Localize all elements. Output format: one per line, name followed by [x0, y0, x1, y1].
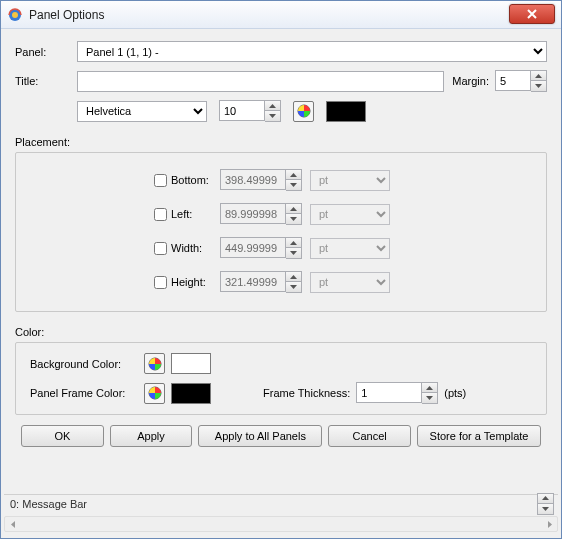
placement-up[interactable]: [286, 272, 301, 282]
placement-up[interactable]: [286, 204, 301, 214]
placement-check-label: Width:: [171, 242, 202, 254]
apply-button[interactable]: Apply: [110, 425, 193, 447]
font-row: Helvetica: [15, 100, 547, 122]
placement-up[interactable]: [286, 238, 301, 248]
fontsize-spinner[interactable]: [219, 100, 281, 122]
placement-check[interactable]: Width:: [150, 239, 220, 258]
title-input[interactable]: [77, 71, 444, 92]
window-title: Panel Options: [29, 8, 104, 22]
bgcolor-swatch: [171, 353, 211, 374]
message-bar: 0: Message Bar: [4, 494, 558, 512]
title-color-button[interactable]: [293, 101, 314, 122]
framecolor-label: Panel Frame Color:: [30, 387, 138, 399]
framecolor-swatch: [171, 383, 211, 404]
close-button[interactable]: [509, 4, 555, 24]
margin-value[interactable]: [495, 70, 531, 91]
placement-unit-select[interactable]: pt: [310, 272, 390, 293]
placement-down[interactable]: [286, 282, 301, 292]
placement-check[interactable]: Height:: [150, 273, 220, 292]
placement-check-label: Left:: [171, 208, 192, 220]
margin-down[interactable]: [531, 81, 546, 91]
placement-check[interactable]: Left:: [150, 205, 220, 224]
thickness-value[interactable]: [356, 382, 422, 403]
scroll-right-icon[interactable]: [541, 517, 557, 531]
placement-up[interactable]: [286, 170, 301, 180]
placement-unit-select[interactable]: pt: [310, 238, 390, 259]
content-area: Panel: Panel 1 (1, 1) - Title: Margin: H…: [15, 41, 547, 524]
placement-row-width: Width:pt: [30, 237, 532, 259]
fontsize-value[interactable]: [219, 100, 265, 121]
placement-down[interactable]: [286, 180, 301, 190]
margin-up[interactable]: [531, 71, 546, 81]
margin-spinner[interactable]: [495, 70, 547, 92]
placement-unit-select[interactable]: pt: [310, 204, 390, 225]
bgcolor-label: Background Color:: [30, 358, 138, 370]
placement-label: Placement:: [15, 136, 547, 148]
title-row: Title: Margin:: [15, 70, 547, 92]
placement-checkbox[interactable]: [154, 174, 167, 187]
title-label: Title:: [15, 75, 77, 87]
msgbar-up[interactable]: [538, 494, 553, 504]
panel-row: Panel: Panel 1 (1, 1) -: [15, 41, 547, 62]
placement-spinner[interactable]: [220, 169, 302, 191]
placement-row-bottom: Bottom:pt: [30, 169, 532, 191]
button-row: OK Apply Apply to All Panels Cancel Stor…: [15, 425, 547, 447]
app-icon: [7, 7, 23, 23]
placement-spinner[interactable]: [220, 203, 302, 225]
thickness-down[interactable]: [422, 393, 437, 403]
placement-row-height: Height:pt: [30, 271, 532, 293]
color-label: Color:: [15, 326, 547, 338]
title-color-swatch: [326, 101, 366, 122]
thickness-up[interactable]: [422, 383, 437, 393]
placement-check-label: Height:: [171, 276, 206, 288]
window: Panel Options Panel: Panel 1 (1, 1) - Ti…: [0, 0, 562, 539]
placement-checkbox[interactable]: [154, 276, 167, 289]
titlebar: Panel Options: [1, 1, 561, 29]
panel-label: Panel:: [15, 46, 77, 58]
msgbar-down[interactable]: [538, 504, 553, 514]
placement-value[interactable]: [220, 271, 286, 292]
placement-check-label: Bottom:: [171, 174, 209, 186]
fontsize-up[interactable]: [265, 101, 280, 111]
placement-unit-select[interactable]: pt: [310, 170, 390, 191]
bgcolor-row: Background Color:: [30, 353, 532, 374]
fontsize-down[interactable]: [265, 111, 280, 121]
placement-down[interactable]: [286, 248, 301, 258]
placement-checkbox[interactable]: [154, 208, 167, 221]
placement-spinner[interactable]: [220, 237, 302, 259]
thickness-unit: (pts): [444, 387, 466, 399]
placement-value[interactable]: [220, 237, 286, 258]
cancel-button[interactable]: Cancel: [328, 425, 411, 447]
color-fieldset: Background Color: Panel Frame Color: Fra…: [15, 342, 547, 415]
apply-all-button[interactable]: Apply to All Panels: [198, 425, 322, 447]
thickness-label: Frame Thickness:: [263, 387, 350, 399]
margin-label: Margin:: [452, 75, 489, 87]
store-template-button[interactable]: Store for a Template: [417, 425, 541, 447]
font-select[interactable]: Helvetica: [77, 101, 207, 122]
placement-down[interactable]: [286, 214, 301, 224]
placement-check[interactable]: Bottom:: [150, 171, 220, 190]
placement-row-left: Left:pt: [30, 203, 532, 225]
framecolor-button[interactable]: [144, 383, 165, 404]
placement-value[interactable]: [220, 169, 286, 190]
thickness-spinner[interactable]: [356, 382, 438, 404]
svg-point-1: [12, 12, 18, 18]
ok-button[interactable]: OK: [21, 425, 104, 447]
bgcolor-button[interactable]: [144, 353, 165, 374]
placement-checkbox[interactable]: [154, 242, 167, 255]
framecolor-row: Panel Frame Color: Frame Thickness: (pts…: [30, 382, 532, 404]
placement-spinner[interactable]: [220, 271, 302, 293]
scroll-left-icon[interactable]: [5, 517, 21, 531]
placement-value[interactable]: [220, 203, 286, 224]
horizontal-scrollbar[interactable]: [4, 516, 558, 532]
placement-fieldset: Bottom:ptLeft:ptWidth:ptHeight:pt: [15, 152, 547, 312]
message-bar-text: 0: Message Bar: [10, 498, 87, 510]
panel-select[interactable]: Panel 1 (1, 1) -: [77, 41, 547, 62]
